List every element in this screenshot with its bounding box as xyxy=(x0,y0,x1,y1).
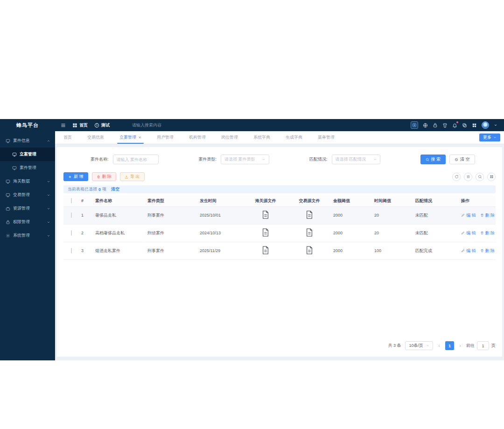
cell-amount: 2000 xyxy=(331,242,372,260)
cell-amount: 2000 xyxy=(331,206,372,224)
app-body: 案件信息 立案管理 案件管理 海关数据 交易管理 xyxy=(0,131,504,360)
sidebar-group-case-info[interactable]: 案件信息 xyxy=(0,134,55,148)
delete-button[interactable]: 删 除 xyxy=(92,172,117,181)
tab-org-mgmt[interactable]: 机构管理 xyxy=(189,131,206,144)
goto-page-input[interactable] xyxy=(477,341,489,350)
notification-bell[interactable] xyxy=(452,123,457,128)
add-button[interactable]: 新 增 xyxy=(63,172,88,181)
tab-user-mgmt[interactable]: 用户管理 xyxy=(157,131,174,144)
sidebar-item-case-filing[interactable]: 立案管理 xyxy=(0,148,55,161)
prev-page-icon[interactable] xyxy=(437,344,441,348)
cell-time-threshold: 20 xyxy=(372,206,413,224)
case-type-select[interactable]: 请选择 案件类型 xyxy=(221,155,269,164)
global-search-input[interactable] xyxy=(132,123,188,127)
chevron-down-icon xyxy=(493,136,497,139)
gear-icon xyxy=(6,233,10,238)
theme-skin-icon[interactable] xyxy=(442,123,448,128)
selection-text: 当前表格已选择 xyxy=(68,186,97,192)
row-delete-link[interactable]: 删 除 xyxy=(480,230,495,236)
col-actions: 操作 xyxy=(459,196,496,206)
sidebar-item-case-mgmt[interactable]: 案件管理 xyxy=(0,161,55,175)
pencil-icon xyxy=(461,213,465,217)
customs-file-icon[interactable] xyxy=(262,246,269,255)
row-checkbox[interactable] xyxy=(71,248,72,253)
fullscreen-icon[interactable] xyxy=(476,173,484,181)
topbar-nav-home[interactable]: 首页 xyxy=(72,122,88,128)
col-customs-file: 海关源文件 xyxy=(244,196,287,206)
col-date: 发生时间 xyxy=(198,196,244,206)
select-all-checkbox[interactable] xyxy=(71,198,72,204)
row-delete-link[interactable]: 删 除 xyxy=(480,212,495,218)
edit-link[interactable]: 编 辑 xyxy=(461,212,476,218)
column-settings-icon[interactable] xyxy=(487,173,496,181)
export-button[interactable]: 导 出 xyxy=(120,172,145,181)
row-delete-link[interactable]: 删 除 xyxy=(480,248,495,254)
sidebar-item-label: 案件管理 xyxy=(20,165,50,171)
app-window: 蜂鸟平台 首页 测试 xyxy=(0,119,504,360)
tab-gen-dict[interactable]: 生成字典 xyxy=(286,131,302,144)
selection-clear-link[interactable]: 清空 xyxy=(111,186,119,192)
edit-link[interactable]: 编 辑 xyxy=(461,230,476,236)
tab-case-filing[interactable]: 立案管理 xyxy=(119,131,141,144)
row-checkbox[interactable] xyxy=(71,212,72,218)
customs-file-icon[interactable] xyxy=(262,210,269,219)
col-case-name: 案件名称 xyxy=(93,196,146,206)
col-time-threshold: 时间阈值 xyxy=(372,196,413,206)
match-status-select[interactable]: 请选择 匹配情况 xyxy=(332,155,380,164)
topbar-right-icons xyxy=(411,121,504,129)
sidebar-group-transaction-mgmt[interactable]: 交易管理 xyxy=(0,188,55,202)
tab-position-mgmt[interactable]: 岗位管理 xyxy=(221,131,238,144)
tab-system-dict[interactable]: 系统字典 xyxy=(253,131,270,144)
copy-docs-icon[interactable] xyxy=(462,123,467,128)
customs-file-icon[interactable] xyxy=(262,228,269,237)
tab-label: 用户管理 xyxy=(157,134,174,141)
tab-menu-mgmt[interactable]: 菜单管理 xyxy=(318,131,335,144)
row-checkbox[interactable] xyxy=(71,230,72,236)
search-button[interactable]: 搜 索 xyxy=(420,155,446,164)
tab-label: 系统字典 xyxy=(253,134,270,141)
table-row: 1 奢侈品走私 刑事案件 2025/10/01 2000 20 未匹配 编 辑删… xyxy=(63,206,496,224)
page-number-1[interactable]: 1 xyxy=(445,341,454,350)
chevron-down-icon xyxy=(47,193,50,197)
trash-icon xyxy=(480,213,484,217)
lock-icon[interactable] xyxy=(433,123,438,128)
case-name-input[interactable] xyxy=(113,155,159,164)
trade-file-icon[interactable] xyxy=(306,246,313,255)
page-size-select[interactable]: 10条/页 xyxy=(405,341,433,350)
cell-match-status: 匹配完成 xyxy=(413,242,459,260)
page-size-value: 10条/页 xyxy=(409,343,423,349)
tabs-more-button[interactable]: 更多 xyxy=(479,134,500,141)
screen-frame-icon[interactable] xyxy=(411,121,418,129)
sidebar-group-permission-mgmt[interactable]: 权限管理 xyxy=(0,215,55,229)
globe-icon[interactable] xyxy=(423,123,428,128)
cell-case-name: 奢侈品走私 xyxy=(93,206,146,224)
density-icon[interactable] xyxy=(464,173,472,181)
hamburger-menu-icon[interactable] xyxy=(61,123,66,128)
edit-link[interactable]: 编 辑 xyxy=(461,248,476,254)
sidebar-group-label: 系统管理 xyxy=(13,232,44,239)
clear-button[interactable]: 清 空 xyxy=(449,155,475,164)
edit-link-label: 编 辑 xyxy=(466,212,476,218)
apps-grid-icon[interactable] xyxy=(472,123,477,128)
table-toolbar: 新 增 删 除 导 出 xyxy=(63,172,496,181)
cases-table: # 案件名称 案件类型 发生时间 海关源文件 交易源文件 金额阈值 时间阈值 匹… xyxy=(63,196,496,260)
tab-label: 立案管理 xyxy=(119,134,136,141)
sidebar-group-label: 权限管理 xyxy=(13,219,44,225)
trade-file-icon[interactable] xyxy=(306,228,313,237)
tab-close-icon[interactable] xyxy=(138,136,141,139)
trade-file-icon[interactable] xyxy=(306,210,313,219)
cell-time-threshold: 20 xyxy=(372,224,413,242)
tab-label: 菜单管理 xyxy=(318,134,335,141)
next-page-icon[interactable] xyxy=(458,344,462,348)
tab-transaction-info[interactable]: 交易信息 xyxy=(87,131,104,144)
table-row: 3 烟酒走私案件 刑事案件 2025/11/29 2000 100 匹配完成 编… xyxy=(63,242,496,260)
sidebar-group-system-mgmt[interactable]: 系统管理 xyxy=(0,229,55,242)
sidebar-group-customs-data[interactable]: 海关数据 xyxy=(0,175,55,188)
sidebar-group-resource-mgmt[interactable]: 资源管理 xyxy=(0,202,55,215)
chevron-down-icon[interactable] xyxy=(494,123,497,127)
tab-home[interactable]: 首页 xyxy=(63,131,72,144)
refresh-icon[interactable] xyxy=(452,173,461,181)
pagination: 共 3 条 10条/页 1 前往 页 xyxy=(63,336,496,350)
topbar-nav-test[interactable]: 测试 xyxy=(94,122,110,128)
user-avatar[interactable] xyxy=(482,121,489,129)
